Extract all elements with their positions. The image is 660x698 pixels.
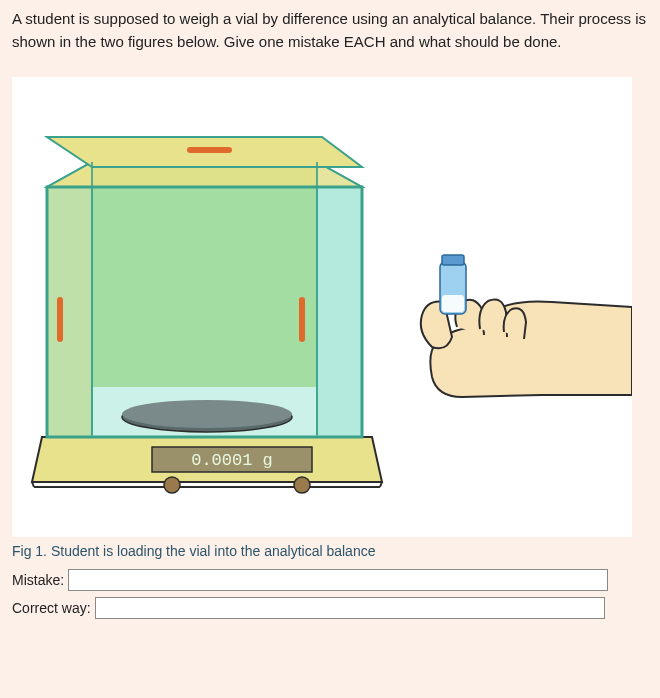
svg-rect-18 xyxy=(299,297,305,342)
hand-with-vial-icon xyxy=(421,255,632,397)
question-prompt: A student is supposed to weigh a vial by… xyxy=(12,8,648,53)
svg-rect-22 xyxy=(442,295,464,312)
mistake-label: Mistake: xyxy=(12,572,64,588)
svg-marker-12 xyxy=(47,187,362,437)
svg-rect-19 xyxy=(187,147,232,153)
svg-point-5 xyxy=(164,477,180,493)
figure-1-caption: Fig 1. Student is loading the vial into … xyxy=(12,543,648,559)
correct-way-input[interactable] xyxy=(95,597,605,619)
balance-readout-text: 0.0001 g xyxy=(191,451,273,470)
correct-way-label: Correct way: xyxy=(12,600,91,616)
svg-point-6 xyxy=(294,477,310,493)
svg-rect-21 xyxy=(442,255,464,265)
svg-rect-17 xyxy=(57,297,63,342)
balance-illustration: 0.0001 g xyxy=(12,77,632,537)
mistake-input[interactable] xyxy=(68,569,608,591)
figure-1: 0.0001 g xyxy=(12,77,632,537)
correct-way-row: Correct way: xyxy=(12,597,648,619)
mistake-row: Mistake: xyxy=(12,569,648,591)
svg-point-16 xyxy=(122,400,292,428)
